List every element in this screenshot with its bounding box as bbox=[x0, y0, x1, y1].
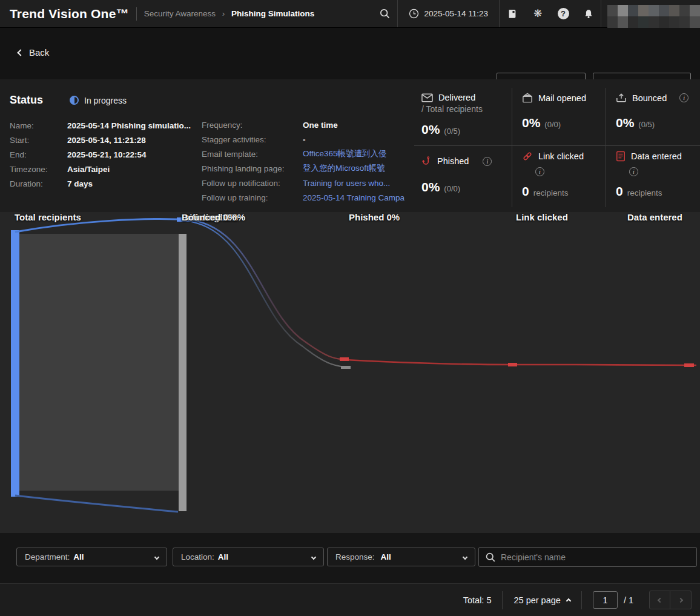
field-end: End:2025-05-21, 10:22:54 bbox=[10, 147, 200, 162]
field-stagger: Stagger activities:- bbox=[202, 132, 415, 147]
divider bbox=[581, 591, 582, 609]
field-landing-page: Phishing landing page:登入您的Microsoft帳號 bbox=[202, 161, 415, 176]
metric-phished: Phished 0%(0/0) bbox=[414, 146, 512, 207]
chevron-right-icon bbox=[678, 597, 683, 602]
metric-detail: (0/5) bbox=[638, 120, 655, 129]
console-button[interactable] bbox=[500, 0, 525, 27]
metric-link-clicked: Link clicked 0recipients bbox=[512, 146, 606, 207]
field-name: Name:2025-05-14 Phishing simulatio... bbox=[10, 118, 200, 133]
field-frequency: Frequency:One time bbox=[202, 118, 415, 132]
metric-sublabel: / Total recipients bbox=[421, 104, 509, 114]
total-count: Total: 5 bbox=[463, 595, 492, 605]
followup-notification-link[interactable]: Training for users who... bbox=[303, 179, 390, 188]
pagination-footer: Total: 5 25 per page / 1 bbox=[0, 583, 700, 616]
field-followup-training: Follow up training:2025-05-14 Training C… bbox=[202, 190, 415, 205]
app-header: Trend Vision One™ Security Awareness › P… bbox=[0, 0, 700, 28]
brand-logo: Trend Vision One™ bbox=[0, 7, 129, 21]
redacted-account[interactable] bbox=[607, 5, 700, 28]
chevron-down-icon bbox=[154, 554, 159, 559]
department-filter[interactable]: Department: All bbox=[16, 548, 167, 566]
header-actions: 2025-05-14 11:23 ❋ ? bbox=[372, 0, 700, 27]
back-button[interactable]: Back bbox=[18, 47, 49, 58]
back-label: Back bbox=[29, 47, 49, 58]
chevron-left-icon bbox=[17, 49, 24, 56]
status-badge-label: In progress bbox=[84, 96, 127, 105]
funnel-curves bbox=[0, 212, 700, 533]
metric-delivered: Delivered / Total recipients 0%(0/5) bbox=[414, 88, 512, 146]
metric-detail: recipients bbox=[533, 188, 569, 197]
console-icon bbox=[507, 8, 518, 19]
metric-value: 0% bbox=[522, 116, 540, 130]
in-progress-icon bbox=[70, 96, 79, 105]
search-button[interactable] bbox=[372, 0, 397, 27]
info-icon[interactable] bbox=[679, 93, 688, 102]
field-email-template: Email template:Office365帳號遭到入侵 bbox=[202, 147, 415, 161]
page-number-input[interactable] bbox=[593, 591, 618, 609]
recipient-search bbox=[478, 547, 697, 567]
total-recipients-label: Total recipients bbox=[15, 212, 81, 222]
metric-label: Data entered bbox=[631, 151, 682, 161]
status-fields-mid: Frequency:One time Stagger activities:- … bbox=[202, 118, 415, 205]
status-badge: In progress bbox=[70, 96, 127, 105]
followup-training-link[interactable]: 2025-05-14 Training Campa bbox=[303, 193, 404, 202]
landing-page-link[interactable]: 登入您的Microsoft帳號 bbox=[303, 163, 385, 174]
per-page-selector[interactable]: 25 per page bbox=[513, 595, 570, 605]
breadcrumb: Security Awareness › Phishing Simulation… bbox=[144, 9, 315, 18]
bounced-flow-node bbox=[341, 366, 351, 369]
chevron-down-icon bbox=[463, 554, 467, 559]
status-summary: Status In progress Name:2025-05-14 Phish… bbox=[10, 94, 200, 191]
metric-mail-opened: Mail opened 0%(0/0) bbox=[512, 88, 606, 146]
recipient-search-input[interactable] bbox=[501, 552, 690, 562]
metric-value: 0 bbox=[616, 184, 623, 199]
search-icon bbox=[379, 8, 391, 19]
help-button[interactable]: ? bbox=[550, 0, 576, 27]
phished-node bbox=[340, 357, 349, 361]
field-duration: Duration:7 days bbox=[10, 176, 200, 191]
email-template-link[interactable]: Office365帳號遭到入侵 bbox=[303, 148, 387, 159]
metric-value: 0 bbox=[522, 184, 529, 199]
next-page-button[interactable] bbox=[670, 591, 692, 609]
clock-icon bbox=[409, 8, 419, 19]
metric-label: Delivered bbox=[438, 93, 475, 102]
action-bar: Back Cancel Simulation Conclude Simulati… bbox=[0, 28, 700, 79]
notifications-button[interactable] bbox=[576, 0, 601, 27]
chevron-down-icon bbox=[311, 554, 316, 559]
chevron-up-icon bbox=[566, 598, 571, 603]
datetime-display[interactable]: 2025-05-14 11:23 bbox=[397, 0, 500, 27]
info-icon[interactable] bbox=[483, 157, 492, 166]
metric-label: Mail opened bbox=[538, 93, 586, 103]
document-icon bbox=[616, 151, 626, 162]
metric-value: 0% bbox=[616, 116, 634, 130]
status-fields-left: Name:2025-05-14 Phishing simulatio... St… bbox=[10, 118, 200, 191]
field-start: Start:2025-05-14, 11:21:28 bbox=[10, 133, 200, 147]
pager-buttons bbox=[649, 591, 692, 609]
metric-detail: (0/0) bbox=[444, 184, 460, 193]
bounced-label: Bounced 0% bbox=[182, 212, 236, 222]
datetime-text: 2025-05-14 11:23 bbox=[424, 9, 488, 18]
chevron-left-icon bbox=[657, 597, 662, 602]
divider bbox=[136, 7, 137, 21]
bounced-icon bbox=[616, 93, 627, 103]
response-filter[interactable]: Response: All bbox=[327, 548, 475, 566]
mail-opened-icon bbox=[522, 93, 533, 103]
bell-icon bbox=[583, 8, 594, 19]
breadcrumb-parent[interactable]: Security Awareness bbox=[144, 9, 216, 18]
filter-bar: Department: All Location: All Response: … bbox=[0, 533, 700, 583]
field-timezone: Timezone:Asia/Taipei bbox=[10, 162, 200, 176]
info-icon[interactable] bbox=[629, 167, 638, 176]
location-filter[interactable]: Location: All bbox=[173, 548, 324, 566]
metric-value: 0% bbox=[421, 122, 440, 137]
page-total: / 1 bbox=[624, 595, 633, 605]
link-clicked-node bbox=[508, 363, 517, 366]
services-button[interactable]: ❋ bbox=[525, 0, 550, 27]
breadcrumb-separator: › bbox=[222, 9, 225, 18]
link-clicked-label: Link clicked bbox=[516, 212, 568, 222]
fish-hook-icon bbox=[421, 156, 432, 167]
info-icon[interactable] bbox=[535, 167, 544, 176]
pinwheel-icon: ❋ bbox=[533, 8, 542, 19]
previous-page-button[interactable] bbox=[649, 591, 670, 609]
funnel-chart: Delivered 0% Total recipients Initiating… bbox=[0, 212, 700, 533]
metric-value: 0% bbox=[421, 180, 440, 194]
metric-label: Phished bbox=[437, 156, 469, 166]
breadcrumb-current: Phishing Simulations bbox=[231, 9, 314, 18]
